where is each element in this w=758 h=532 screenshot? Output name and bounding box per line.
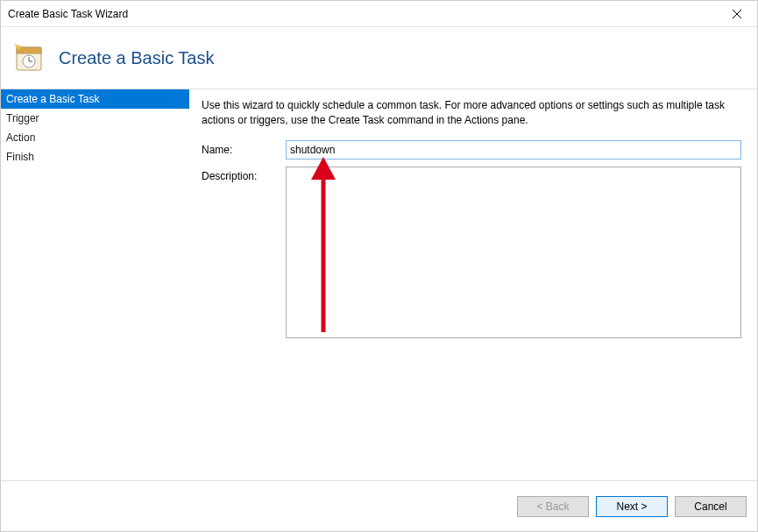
page-title: Create a Basic Task bbox=[59, 48, 215, 68]
svg-point-8 bbox=[15, 44, 18, 46]
close-button[interactable] bbox=[717, 1, 757, 27]
description-label: Description: bbox=[202, 167, 286, 182]
wizard-content: Use this wizard to quickly schedule a co… bbox=[189, 89, 757, 479]
description-input[interactable] bbox=[286, 167, 741, 338]
cancel-button[interactable]: Cancel bbox=[675, 496, 747, 517]
back-button: < Back bbox=[517, 496, 589, 517]
description-row: Description: bbox=[202, 167, 741, 338]
name-row: Name: bbox=[202, 140, 741, 160]
sidebar-item-action[interactable]: Action bbox=[1, 128, 189, 147]
sidebar-item-trigger[interactable]: Trigger bbox=[1, 109, 189, 128]
sidebar-item-label: Action bbox=[6, 131, 35, 144]
wizard-header: Create a Basic Task bbox=[1, 27, 757, 89]
intro-text: Use this wizard to quickly schedule a co… bbox=[202, 98, 741, 128]
name-label: Name: bbox=[202, 140, 286, 156]
titlebar: Create Basic Task Wizard bbox=[1, 1, 757, 27]
wizard-body: Create a Basic Task Trigger Action Finis… bbox=[1, 89, 757, 479]
sidebar-item-create-basic-task[interactable]: Create a Basic Task bbox=[1, 89, 189, 109]
wizard-icon bbox=[13, 42, 45, 74]
wizard-sidebar: Create a Basic Task Trigger Action Finis… bbox=[1, 89, 189, 479]
wizard-footer: < Back Next > Cancel bbox=[1, 480, 757, 531]
name-input[interactable] bbox=[286, 140, 741, 160]
window-title: Create Basic Task Wizard bbox=[8, 8, 128, 20]
sidebar-item-label: Finish bbox=[6, 151, 34, 163]
close-icon bbox=[733, 10, 741, 18]
sidebar-item-label: Trigger bbox=[6, 112, 39, 124]
next-button[interactable]: Next > bbox=[596, 496, 668, 517]
sidebar-item-finish[interactable]: Finish bbox=[1, 147, 189, 167]
sidebar-item-label: Create a Basic Task bbox=[6, 93, 100, 105]
